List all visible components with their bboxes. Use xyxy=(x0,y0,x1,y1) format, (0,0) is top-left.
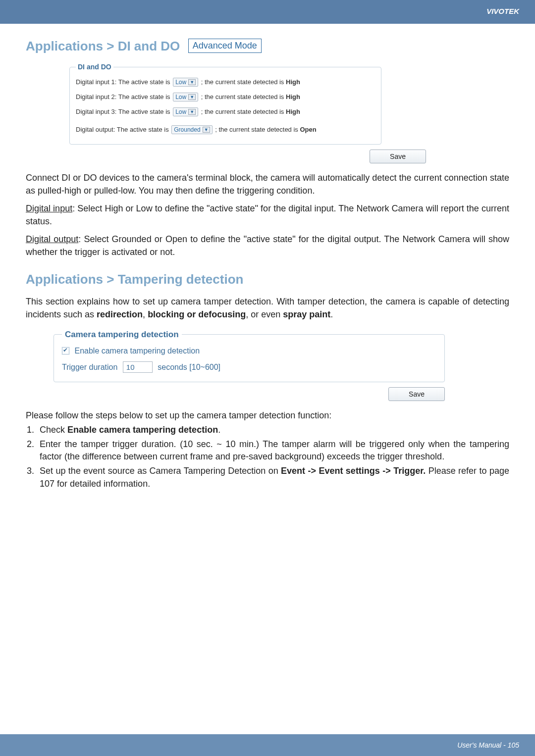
di-do-legend: DI and DO xyxy=(76,63,113,71)
di-row-2: Digital input 2: The active state is Low… xyxy=(76,90,375,104)
do-suffix: ; the current state detected is xyxy=(215,126,298,133)
dropdown-arrow-icon: ▼ xyxy=(188,94,196,100)
tamper-intro-e: . xyxy=(330,309,333,319)
dropdown-arrow-icon: ▼ xyxy=(188,79,196,85)
do-select[interactable]: Grounded▼ xyxy=(171,125,212,134)
save-button-2[interactable]: Save xyxy=(388,387,445,401)
di2-select[interactable]: Low▼ xyxy=(173,93,198,101)
di3-suffix: ; the current state detected is xyxy=(201,108,284,115)
di-row-1: Digital input 1: The active state is Low… xyxy=(76,75,375,90)
section1-heading: Applications > DI and DO Advanced Mode xyxy=(26,39,509,54)
di1-prefix: Digital input 1: The active state is xyxy=(76,78,170,86)
steps-intro: Please follow the steps below to set up … xyxy=(26,409,509,422)
trigger-duration-input[interactable]: 10 xyxy=(123,361,153,373)
di-do-panel: DI and DO Digital input 1: The active st… xyxy=(69,63,381,145)
para-connect: Connect DI or DO devices to the camera's… xyxy=(26,171,509,197)
enable-tamper-label: Enable camera tampering detection xyxy=(74,347,200,355)
dropdown-arrow-icon: ▼ xyxy=(188,109,196,115)
di3-state: High xyxy=(286,108,300,115)
di1-select-value: Low xyxy=(175,79,186,86)
step1-c: . xyxy=(218,425,220,435)
do-select-value: Grounded xyxy=(174,126,200,133)
tamper-intro-b1: redirection xyxy=(97,309,143,319)
tamper-intro-c: , or even xyxy=(246,309,283,319)
step1-a: Check xyxy=(40,425,67,435)
section2-heading: Applications > Tampering detection xyxy=(26,272,509,287)
tamper-legend: Camera tampering detection xyxy=(62,330,182,340)
step2-a: Enter the tamper trigger duration. (10 s… xyxy=(40,439,509,461)
di2-state: High xyxy=(286,93,300,101)
breadcrumb-di-do: Applications > DI and DO xyxy=(26,39,180,53)
digital-input-text: : Select High or Low to define the "acti… xyxy=(26,203,509,226)
save-button-1[interactable]: Save xyxy=(370,150,426,163)
save-row-1: Save xyxy=(69,150,426,163)
do-prefix: Digital output: The active state is xyxy=(76,126,169,133)
di2-prefix: Digital input 2: The active state is xyxy=(76,93,170,101)
di3-select-value: Low xyxy=(175,108,186,115)
tamper-intro-b2: blocking or defocusing xyxy=(148,309,246,319)
footer-text: User's Manual - 105 xyxy=(457,741,519,749)
save-row-2: Save xyxy=(26,387,445,401)
digital-input-underline: Digital input xyxy=(26,203,72,213)
di2-suffix: ; the current state detected is xyxy=(201,93,284,101)
di1-state: High xyxy=(286,78,300,86)
do-row: Digital output: The active state is Grou… xyxy=(76,122,375,137)
para-digital-input: Digital input: Select High or Low to def… xyxy=(26,202,509,228)
di3-prefix: Digital input 3: The active state is xyxy=(76,108,170,115)
di3-select[interactable]: Low▼ xyxy=(173,107,198,116)
tamper-intro: This section explains how to set up came… xyxy=(26,295,509,321)
di1-select[interactable]: Low▼ xyxy=(173,78,198,87)
tamper-intro-sep: , xyxy=(143,309,148,319)
enable-tamper-checkbox[interactable] xyxy=(62,347,69,354)
do-state: Open xyxy=(300,126,316,133)
tamper-panel: Camera tampering detection Enable camera… xyxy=(54,330,445,382)
footer-bar: User's Manual - 105 xyxy=(0,734,535,756)
trigger-duration-unit: seconds [10~600] xyxy=(158,363,220,371)
header-bar: VIVOTEK xyxy=(0,0,535,24)
di-row-3: Digital input 3: The active state is Low… xyxy=(76,104,375,119)
digital-output-text: : Select Grounded or Open to define the … xyxy=(26,234,509,257)
advanced-mode-badge: Advanced Mode xyxy=(188,39,262,53)
dropdown-arrow-icon: ▼ xyxy=(203,127,210,133)
trigger-duration-label: Trigger duration xyxy=(62,363,117,371)
steps-list: Check Enable camera tampering detection.… xyxy=(26,424,509,490)
brand-label: VIVOTEK xyxy=(0,0,535,15)
step-1: Check Enable camera tampering detection. xyxy=(37,424,509,436)
digital-output-underline: Digital output xyxy=(26,234,78,244)
di1-suffix: ; the current state detected is xyxy=(201,78,284,86)
step-3: Set up the event source as Camera Tamper… xyxy=(37,465,509,490)
para-digital-output: Digital output: Select Grounded or Open … xyxy=(26,233,509,258)
tamper-intro-d: spray paint xyxy=(283,309,330,319)
di2-select-value: Low xyxy=(175,94,186,101)
step-2: Enter the tamper trigger duration. (10 s… xyxy=(37,438,509,463)
step3-a: Set up the event source as Camera Tamper… xyxy=(40,466,281,476)
step1-b: Enable camera tampering detection xyxy=(67,425,218,435)
step3-b: Event -> Event settings -> Trigger. xyxy=(281,466,426,476)
